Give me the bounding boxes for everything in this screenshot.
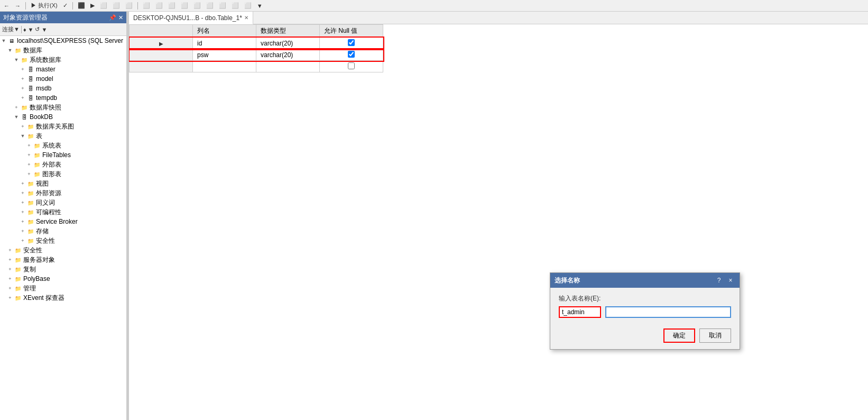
toolbar-dropdown[interactable]: ▼ — [255, 3, 264, 9]
toolbar-btn-11[interactable]: ⬜ — [205, 2, 215, 9]
tree-item-安全性[interactable]: + 📁 安全性 — [0, 236, 126, 245]
tree-expand-icon[interactable]: + — [19, 229, 26, 234]
tree-expand-icon[interactable]: + — [19, 86, 26, 91]
col-type-cell-2[interactable]: varchar(20) — [256, 49, 320, 61]
tree-item-数据库快照[interactable]: + 📁 数据库快照 — [0, 103, 126, 112]
tree-expand-icon[interactable]: + — [6, 248, 14, 253]
tree-item-数据库[interactable]: ▼ 📁 数据库 — [0, 45, 126, 55]
tree-expand-icon[interactable]: + — [19, 124, 26, 129]
tree-item-bookdb[interactable]: ▼ 🗄 BookDB — [0, 112, 126, 122]
toolbar-btn-6[interactable]: ⬜ — [141, 2, 152, 9]
col-name-cell-3[interactable] — [193, 61, 256, 72]
toolbar-btn-10[interactable]: ⬜ — [192, 2, 202, 9]
toolbar-btn-13[interactable]: ⬜ — [230, 2, 241, 9]
tree-item-master[interactable]: + 🗄 master — [0, 65, 126, 74]
tree-item-可编程性[interactable]: + 📁 可编程性 — [0, 207, 126, 217]
table-name-input-left[interactable] — [559, 306, 601, 318]
tree-expand-icon[interactable]: ▼ — [13, 57, 20, 62]
tree-item-外部表[interactable]: + 📁 外部表 — [0, 160, 126, 169]
filter2-btn[interactable]: ▼ — [28, 26, 34, 33]
col-type-cell-3[interactable] — [256, 61, 320, 72]
execute-btn[interactable]: ▶ 执行(X) — [29, 2, 59, 10]
confirm-button[interactable]: 确定 — [663, 328, 695, 343]
close-icon[interactable]: ✕ — [118, 14, 123, 21]
toolbar-btn-14[interactable]: ⬜ — [243, 2, 253, 9]
tree-item-localhost\sqlexpress-(sql-server[interactable]: ▼ 🖥 localhost\SQLEXPRESS (SQL Server — [0, 36, 126, 45]
refresh-btn[interactable]: ↺ — [35, 26, 40, 33]
col-name-cell[interactable]: id — [193, 38, 256, 49]
tree-item-复制[interactable]: + 📁 复制 — [0, 264, 126, 274]
tree-expand-icon[interactable]: + — [19, 190, 26, 196]
toolbar-btn-1[interactable]: ⬛ — [76, 2, 87, 9]
tree-expand-icon[interactable]: + — [25, 152, 33, 158]
tree-expand-icon[interactable]: ▼ — [19, 133, 26, 139]
tree-expand-icon[interactable]: + — [19, 67, 26, 72]
null-checkbox-3[interactable] — [348, 62, 355, 69]
tree-expand-icon[interactable]: + — [6, 257, 14, 262]
tree-item-图形表[interactable]: + 📁 图形表 — [0, 169, 126, 179]
tree-expand-icon[interactable]: + — [19, 219, 26, 224]
toolbar-btn-9[interactable]: ⬜ — [179, 2, 190, 9]
tree-item-存储[interactable]: + 📁 存储 — [0, 226, 126, 236]
toolbar-btn-4[interactable]: ⬜ — [111, 2, 122, 9]
tree-expand-icon[interactable]: + — [13, 105, 20, 110]
tree-item-外部资源[interactable]: + 📁 外部资源 — [0, 188, 126, 198]
tree-item-polybase[interactable]: + 📁 PolyBase — [0, 274, 126, 284]
tab-close-icon[interactable]: ✕ — [244, 15, 248, 21]
connect-btn[interactable]: 连接▼ — [2, 25, 20, 33]
tree-item-视图[interactable]: + 📁 视图 — [0, 179, 126, 188]
tree-expand-icon[interactable]: + — [25, 171, 33, 177]
tree-item-系统数据库[interactable]: ▼ 📁 系统数据库 — [0, 55, 126, 65]
tree-expand-icon[interactable]: + — [6, 295, 14, 300]
tree-item-系统表[interactable]: + 📁 系统表 — [0, 141, 126, 150]
tab-table1[interactable]: DESKTOP-QJN5U1...B - dbo.Table_1* ✕ — [129, 12, 253, 24]
tree-expand-icon[interactable]: ▼ — [6, 48, 14, 53]
tree-expand-icon[interactable]: + — [25, 143, 33, 148]
tree-expand-icon[interactable]: + — [19, 76, 26, 81]
toolbar-btn-3[interactable]: ⬜ — [98, 2, 109, 9]
toolbar-btn-2[interactable]: ▶ — [89, 2, 96, 9]
tree-expand-icon[interactable]: + — [6, 276, 14, 281]
tree-item-xevent-探查器[interactable]: + 📁 XEvent 探查器 — [0, 293, 126, 303]
dialog-help-btn[interactable]: ? — [714, 276, 724, 285]
toolbar-btn-5[interactable]: ⬜ — [124, 2, 134, 9]
tree-expand-icon[interactable]: ▼ — [0, 38, 7, 43]
tree-item-同义词[interactable]: + 📁 同义词 — [0, 198, 126, 207]
back-btn[interactable]: ← — [2, 3, 11, 9]
tree-expand-icon[interactable]: + — [19, 181, 26, 186]
tree-item-model[interactable]: + 🗄 model — [0, 74, 126, 84]
toolbar-btn-12[interactable]: ⬜ — [217, 2, 228, 9]
tree-expand-icon[interactable]: + — [19, 209, 26, 215]
tree-expand-icon[interactable]: ▼ — [13, 114, 20, 120]
filter-btn[interactable]: ♦ — [23, 26, 26, 33]
toolbar-btn-8[interactable]: ⬜ — [167, 2, 177, 9]
toolbar-btn-7[interactable]: ⬜ — [154, 2, 164, 9]
tree-node-icon: 📁 — [26, 227, 35, 235]
null-checkbox-1[interactable] — [348, 39, 355, 46]
tree-item-msdb[interactable]: + 🗄 msdb — [0, 84, 126, 93]
cancel-button[interactable]: 取消 — [699, 328, 731, 343]
tree-item-数据库关系图[interactable]: + 📁 数据库关系图 — [0, 122, 126, 131]
table-name-input-right[interactable] — [605, 306, 731, 318]
tree-expand-icon[interactable]: + — [19, 200, 26, 205]
tree-item-表[interactable]: ▼ 📁 表 — [0, 131, 126, 141]
tree-expand-icon[interactable]: + — [6, 267, 14, 272]
check-btn[interactable]: ✓ — [61, 2, 69, 9]
forward-btn[interactable]: → — [13, 3, 22, 9]
dialog-close-btn[interactable]: × — [726, 276, 735, 285]
pin-icon[interactable]: 📌 — [109, 14, 116, 21]
tree-item-管理[interactable]: + 📁 管理 — [0, 284, 126, 293]
tree-item-filetables[interactable]: + 📁 FileTables — [0, 150, 126, 160]
tree-item-service-broker[interactable]: + 📁 Service Broker — [0, 217, 126, 226]
tree-item-安全性[interactable]: + 📁 安全性 — [0, 245, 126, 255]
tree-expand-icon[interactable]: + — [6, 286, 14, 291]
col-name-cell-2[interactable]: psw — [193, 49, 256, 61]
tree-item-tempdb[interactable]: + 🗄 tempdb — [0, 93, 126, 103]
collapse-btn[interactable]: ▼ — [41, 26, 47, 33]
tree-expand-icon[interactable]: + — [25, 162, 33, 167]
col-type-cell[interactable]: varchar(20) — [256, 38, 320, 49]
tree-item-服务器对象[interactable]: + 📁 服务器对象 — [0, 255, 126, 264]
tree-expand-icon[interactable]: + — [19, 238, 26, 243]
null-checkbox-2[interactable] — [348, 51, 355, 58]
tree-expand-icon[interactable]: + — [19, 95, 26, 101]
